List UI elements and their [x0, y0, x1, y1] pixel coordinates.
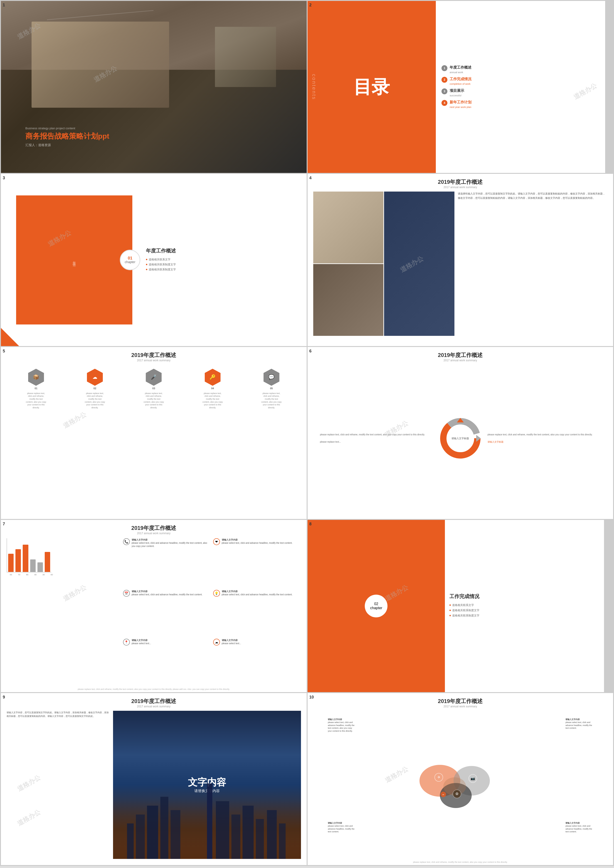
icon-num-3: 03	[152, 387, 155, 390]
gray-bar-8	[604, 520, 613, 692]
slide8-bullet-3: 道格相关联系制度文字	[450, 614, 609, 618]
icon-desc-4: please replace text, click and reframe, …	[203, 392, 223, 409]
info-item-3: 📅 请输入文字内容please select text, click and a…	[123, 590, 211, 636]
icon-pentagon-2: ☁	[87, 369, 103, 386]
cycle-center-text: 请输入文字标题	[451, 437, 470, 440]
venn-label-bl: 请输入文字内容please select text, click and adv…	[328, 821, 355, 833]
slide3-bullet-3: 道格相关联系制度文字	[146, 268, 307, 272]
slide-7: 7 2019年度工作概述 2017 annual work summary 55…	[1, 520, 307, 692]
slide4-body: 请选择性输入文字内容，您可以直接复制文字到此处。请输入文字内容，您可以直接复制粘…	[458, 191, 608, 200]
info-text-1: 请输入文字内容please select text, click and adv…	[132, 538, 211, 548]
info-icon-6: ☁	[213, 639, 220, 646]
slide2-left: contents 目录	[308, 1, 436, 173]
menu-cn-2: 工作完成情况	[450, 77, 471, 82]
menu-en-3: successful	[450, 94, 461, 97]
slide4-content: 请选择性输入文字内容，您可以直接复制文字到此处。请输入文字内容，您可以直接复制粘…	[313, 191, 608, 336]
slide-number-9: 9	[3, 695, 5, 700]
slide3-title: 年度工作概述	[146, 247, 307, 254]
bar-label-5: 30	[40, 574, 47, 576]
info-item-4: 💡 请输入文字内容please select text, click and a…	[213, 590, 301, 636]
svg-rect-7	[160, 796, 168, 859]
icons-row-5: 📦 01 ☁ 02 🎤 03 🔑 04 💬 05	[6, 369, 301, 390]
venn-label-tr: 请输入文字内容please select text, click and adv…	[566, 718, 593, 730]
paper-area	[215, 27, 276, 87]
slide6-left-p: please replace text, click and reframe, …	[320, 433, 433, 437]
svg-rect-9	[207, 783, 212, 859]
slide-10: 10 2019年度工作概述 2017 annual work summary ✈	[308, 693, 613, 865]
slide2-right: 1 年度工作概述 annual work 2 工作完成情况 completion…	[436, 1, 613, 173]
menu-text-4: 新年工作计划 next year work plan	[450, 100, 471, 109]
slide9-subtitle: 2017 annual work summary	[6, 705, 301, 708]
slide1-title: 商务报告战略策略计划ppt	[25, 131, 282, 142]
info-text-6: 请输入文字内容please select text...	[222, 639, 241, 645]
info-text-2: 请输入文字内容please select text, click and adv…	[222, 538, 293, 544]
icon-item-3: 🎤 03	[146, 369, 161, 390]
svg-rect-13	[256, 819, 264, 859]
slide-number-4: 4	[309, 176, 312, 180]
slide-1: 1 Business strategy plan project content…	[1, 1, 307, 173]
bullet-text-8-1: 道格相关联系文字	[452, 603, 474, 607]
menu-en-1: annual work	[450, 71, 463, 74]
gray-bar-2	[605, 1, 613, 173]
menu-text-1: 年度工作概述 annual work	[450, 65, 471, 74]
icon-item-5: 💬 05	[264, 369, 279, 390]
slide-5: 5 2019年度工作概述 2017 annual work summary 📦 …	[1, 347, 307, 519]
svg-text:✈: ✈	[437, 775, 440, 779]
slide6-text-right: please replace text, click and reframe, …	[488, 433, 601, 444]
menu-num-2: 2	[442, 77, 447, 83]
menu-text-2: 工作完成情况 completion of work	[450, 77, 471, 86]
bullet-text-2: 道格相关联系制度文字	[149, 263, 176, 266]
orange-triangle-3	[1, 328, 19, 346]
bar-3	[23, 544, 28, 572]
venn-label-br: 请输入文字内容please select text, click and adv…	[566, 821, 593, 833]
slide-number-8: 8	[309, 522, 312, 526]
chapter-circle-3: 01 chapter	[120, 250, 140, 270]
slide8-title: 工作完成情况	[450, 593, 609, 600]
slide3-orange-block: 年度工作概述 01 chapter	[16, 195, 132, 325]
city-photo: 文字内容 请替换文字内容	[113, 711, 301, 859]
cycle-diagram: 请输入文字标题	[438, 415, 483, 461]
slide2-main-title: 目录	[354, 77, 390, 97]
slide1-presenter: 汇报人：道格资源	[25, 143, 282, 147]
slide7-title: 2019年度工作概述	[6, 524, 301, 532]
svg-rect-14	[267, 810, 277, 859]
info-text-3: 请输入文字内容please select text, click and adv…	[132, 590, 203, 596]
info-icon-3: 📅	[123, 590, 130, 597]
svg-rect-11	[231, 814, 240, 859]
slide6-bottom-left: please replace text...	[320, 440, 433, 444]
slide6-subtitle: 2017 annual work summary	[313, 359, 608, 362]
slide8-bullet-2: 道格相关联系制度文字	[450, 608, 609, 612]
menu-item-1: 1 年度工作概述 annual work	[442, 65, 608, 74]
slide6-bottom-right: 请输入文字标题	[488, 440, 601, 444]
bar-label-4: 40	[32, 574, 39, 576]
icon-item-4: 🔑 04	[205, 369, 221, 390]
info-item-5: 📍 请输入文字内容please select text...	[123, 639, 211, 685]
menu-en-4: next year work plan	[450, 106, 471, 108]
slide10-subtitle: 2017 annual work summary	[313, 705, 608, 708]
icon-num-5: 05	[270, 387, 273, 390]
photo-3	[313, 264, 384, 336]
menu-num-4: 4	[442, 100, 447, 106]
slide-2: 2 contents 目录 1 年度工作概述 annual work 2 工作完…	[308, 1, 613, 173]
info-item-2: ❤ 请输入文字内容please select text, click and a…	[213, 538, 301, 588]
slide-number-10: 10	[309, 695, 314, 700]
bar-5	[37, 562, 43, 572]
slide9-text: 请输入文字内容，您可以直接复制文字到此处。请输入文字内容，添加相关标题，修改文字…	[6, 711, 110, 859]
svg-rect-6	[147, 806, 158, 859]
skyline-svg	[113, 770, 301, 859]
slide-number-1: 1	[3, 3, 5, 8]
slide4-text: 请选择性输入文字内容，您可以直接复制文字到此处。请输入文字内容，您可以直接复制粘…	[458, 191, 608, 336]
info-icon-2: ❤	[213, 538, 220, 545]
slide6-right-p: please replace text, click and reframe, …	[488, 433, 601, 437]
info-grid-7: 📞 请输入文字内容please select text, click and a…	[123, 538, 301, 685]
menu-cn-4: 新年工作计划	[450, 100, 471, 105]
bullet-text-8-2: 道格相关联系制度文字	[452, 608, 479, 612]
menu-cn-3: 项目展示	[450, 89, 464, 93]
bar-chart-7	[6, 538, 51, 572]
title-content-box: Business strategy plan project content 商…	[25, 126, 282, 147]
info-icon-4: 💡	[213, 590, 220, 597]
slide7-subtitle: 2017 annual work summary	[6, 532, 301, 535]
svg-rect-5	[136, 814, 144, 859]
menu-cn-1: 年度工作概述	[450, 65, 471, 70]
bullet-text-1: 道格相关联系文字	[149, 258, 171, 261]
